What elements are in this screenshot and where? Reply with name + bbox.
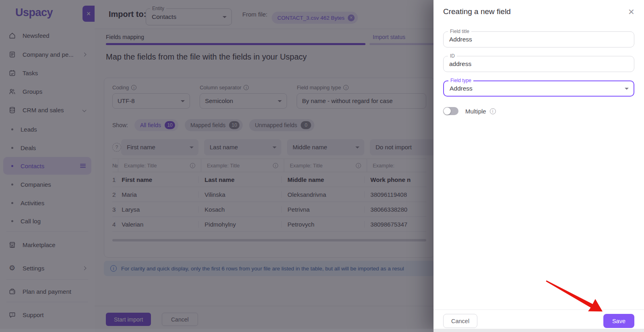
close-icon[interactable]: × (628, 8, 634, 16)
field-title-input[interactable]: Field title Address (443, 31, 634, 47)
chevron-down-icon (625, 88, 629, 90)
info-icon: i (490, 108, 496, 114)
app-screen: Uspacy × Newsfeed Company and pe... Task… (0, 0, 644, 332)
field-id-label: ID (448, 53, 457, 59)
multiple-toggle[interactable] (443, 107, 458, 115)
field-id-value: address (444, 56, 634, 72)
field-type-value: Address (444, 81, 634, 96)
multiple-toggle-row: Multiple i (443, 107, 634, 115)
modal-backdrop[interactable] (0, 0, 433, 332)
drawer-body: Field title Address ID address Field typ… (433, 23, 644, 309)
drawer-title: Creating a new field (443, 7, 511, 16)
field-id-input[interactable]: ID address (443, 56, 634, 72)
save-button[interactable]: Save (603, 314, 634, 328)
drawer-cancel-button[interactable]: Cancel (443, 314, 477, 328)
field-type-label: Field type (448, 78, 473, 83)
toggle-knob (444, 107, 451, 115)
window-horizontal-scrollbar[interactable] (0, 329, 644, 332)
field-type-select[interactable]: Field type Address (443, 80, 634, 97)
drawer-header: Creating a new field × (433, 0, 644, 23)
field-title-label: Field title (448, 29, 471, 34)
new-field-drawer: Creating a new field × Field title Addre… (433, 0, 644, 332)
multiple-label: Multiple (465, 108, 486, 115)
field-title-value: Address (444, 32, 634, 47)
